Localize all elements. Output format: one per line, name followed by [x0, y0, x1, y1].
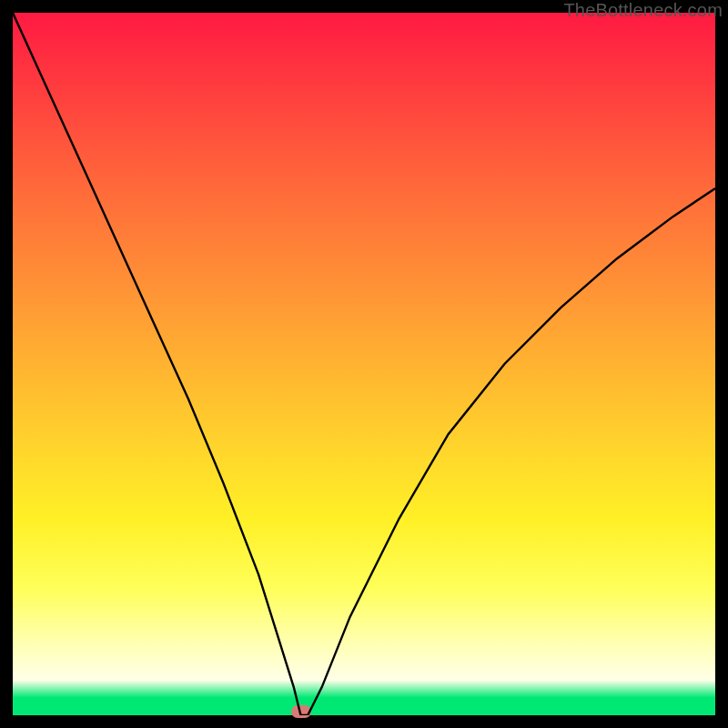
watermark-text: TheBottleneck.com: [563, 0, 723, 21]
chart-plot-area: [13, 13, 715, 715]
bottleneck-curve: [13, 13, 715, 715]
curve-path: [13, 13, 715, 715]
